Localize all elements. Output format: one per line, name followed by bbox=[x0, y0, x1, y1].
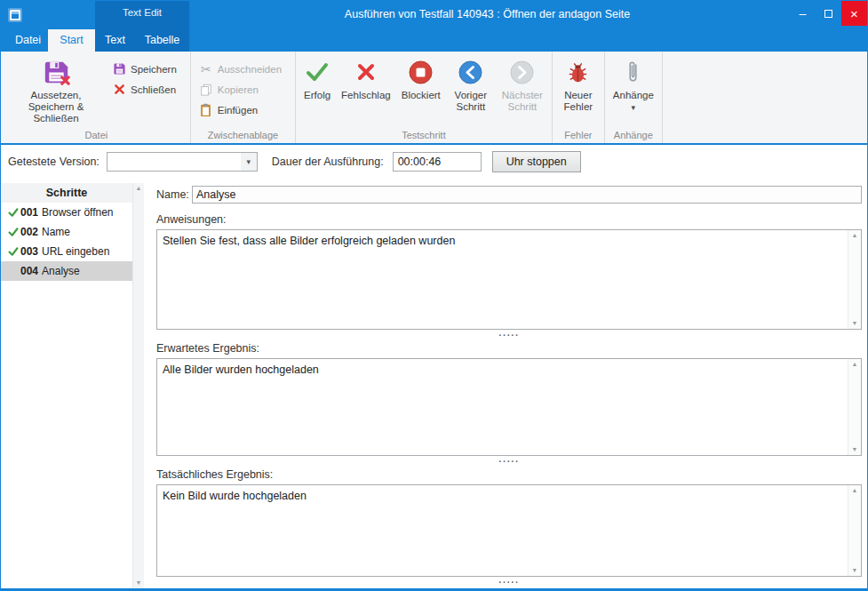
close-button[interactable]: × bbox=[841, 1, 867, 26]
success-label: Erfolg bbox=[304, 90, 330, 101]
scroll-down-icon[interactable]: ▼ bbox=[136, 579, 142, 587]
scroll-up-icon[interactable]: ▲ bbox=[852, 361, 858, 368]
group-label-fehler: Fehler bbox=[553, 129, 604, 143]
floppy-icon bbox=[110, 62, 128, 76]
scroll-up-icon[interactable]: ▲ bbox=[852, 232, 858, 239]
close-testcase-label: Schließen bbox=[131, 84, 176, 95]
expected-label: Erwartetes Ergebnis: bbox=[156, 342, 862, 355]
check-icon bbox=[5, 207, 20, 218]
scroll-up-icon[interactable]: ▲ bbox=[852, 487, 858, 494]
next-step-button[interactable]: Nächster Schritt bbox=[496, 53, 549, 129]
new-error-button[interactable]: Neuer Fehler bbox=[555, 53, 601, 129]
step-row-004[interactable]: 004 Analyse bbox=[1, 261, 132, 281]
ribbon-group-testschritt: Erfolg Fehlschlag bbox=[296, 52, 553, 143]
scroll-up-icon[interactable]: ▲ bbox=[136, 185, 142, 192]
actual-textbox: Kein Bild wurde hochgeladen ▲ ▼ bbox=[156, 484, 862, 577]
ribbon-group-datei: Aussetzen, Speichern & Schließen bbox=[3, 52, 191, 143]
app-icon bbox=[7, 7, 23, 23]
previous-step-button[interactable]: Voriger Schritt bbox=[446, 53, 496, 129]
copy-icon bbox=[197, 84, 215, 96]
step-detail-form: Name: Anweisungen: Stellen Sie fest, das… bbox=[144, 179, 867, 588]
maximize-button[interactable] bbox=[816, 1, 841, 26]
steps-header: Schritte bbox=[1, 183, 132, 203]
ribbon-group-zwischenablage: ✂ Ausschneiden Kopieren bbox=[191, 52, 296, 143]
copy-button[interactable]: Kopieren bbox=[195, 79, 289, 100]
step-number: 004 bbox=[20, 265, 38, 277]
actual-label: Tatsächliches Ergebnis: bbox=[156, 468, 862, 481]
instructions-textbox: Stellen Sie fest, dass alle Bilder erfol… bbox=[156, 229, 862, 330]
next-step-label: Nächster Schritt bbox=[501, 90, 544, 113]
step-row-001[interactable]: 001 Browser öffnen bbox=[1, 203, 132, 222]
stop-circle-icon bbox=[409, 57, 433, 87]
paste-button[interactable]: Einfügen bbox=[195, 100, 289, 120]
splitter-handle[interactable]: ····· bbox=[156, 456, 862, 467]
step-row-002[interactable]: 002 Name bbox=[1, 222, 132, 242]
group-label-zwischenablage: Zwischenablage bbox=[191, 129, 295, 143]
main-area: Schritte 001 Browser öffnen 002 Name bbox=[1, 179, 867, 588]
tab-tabelle[interactable]: Tabelle bbox=[135, 29, 189, 52]
instructions-textarea[interactable]: Stellen Sie fest, dass alle Bilder erfol… bbox=[157, 230, 848, 329]
ribbon: Aussetzen, Speichern & Schließen bbox=[1, 52, 867, 145]
cut-label: Ausschneiden bbox=[218, 64, 282, 75]
save-label: Speichern bbox=[131, 64, 177, 75]
ribbon-tabs: Datei Start Text Tabelle bbox=[8, 29, 189, 52]
fail-label: Fehlschlag bbox=[341, 90, 391, 101]
version-combobox[interactable]: ▾ bbox=[107, 152, 258, 172]
tab-datei[interactable]: Datei bbox=[8, 29, 48, 52]
ribbon-group-fehler: Neuer Fehler Fehler bbox=[553, 52, 605, 143]
scroll-down-icon[interactable]: ▼ bbox=[852, 320, 858, 327]
attachments-label: Anhänge bbox=[613, 90, 654, 101]
steps-scrollbar[interactable]: ▲ ▼ bbox=[132, 183, 144, 588]
step-label: URL eingeben bbox=[42, 245, 109, 258]
clipboard-icon bbox=[197, 103, 215, 117]
group-label-testschritt: Testschritt bbox=[296, 129, 552, 143]
actual-scrollbar[interactable]: ▲ ▼ bbox=[848, 485, 861, 576]
step-number: 001 bbox=[20, 206, 38, 219]
save-button[interactable]: Speichern bbox=[108, 59, 184, 79]
paste-label: Einfügen bbox=[218, 105, 258, 116]
titlebar: Text Edit Ausführen von Testfall 140943 … bbox=[1, 1, 867, 52]
fail-button[interactable]: Fehlschlag bbox=[336, 53, 396, 129]
copy-label: Kopieren bbox=[218, 84, 259, 95]
suspend-save-close-label: Aussetzen, Speichern & Schließen bbox=[11, 90, 101, 124]
tab-start[interactable]: Start bbox=[48, 29, 95, 52]
step-label: Browser öffnen bbox=[42, 206, 114, 219]
arrow-left-circle-icon bbox=[458, 57, 482, 87]
expected-textarea[interactable]: Alle Bilder wurden hochgeladen bbox=[157, 359, 848, 455]
execution-toolbar: Getestete Version: ▾ Dauer der Ausführun… bbox=[1, 145, 867, 179]
attachments-button[interactable]: Anhänge ▾ bbox=[608, 53, 659, 129]
step-label: Analyse bbox=[42, 265, 80, 277]
close-testcase-button[interactable]: Schließen bbox=[108, 79, 184, 100]
steps-list: Schritte 001 Browser öffnen 002 Name bbox=[1, 183, 132, 588]
scroll-down-icon[interactable]: ▼ bbox=[852, 446, 858, 453]
splitter-handle[interactable]: ····· bbox=[156, 330, 862, 340]
cut-button[interactable]: ✂ Ausschneiden bbox=[195, 59, 289, 79]
duration-input[interactable] bbox=[393, 152, 482, 172]
scroll-down-icon[interactable]: ▼ bbox=[852, 567, 858, 574]
step-label: Name bbox=[42, 226, 70, 238]
close-icon: × bbox=[850, 6, 858, 21]
blocked-button[interactable]: Blockiert bbox=[396, 53, 446, 129]
instructions-scrollbar[interactable]: ▲ ▼ bbox=[848, 230, 861, 329]
actual-textarea[interactable]: Kein Bild wurde hochgeladen bbox=[157, 485, 848, 576]
red-cross-icon bbox=[355, 57, 377, 87]
tab-text[interactable]: Text bbox=[95, 29, 135, 52]
stop-clock-button[interactable]: Uhr stoppen bbox=[492, 151, 581, 172]
splitter-handle[interactable]: ····· bbox=[156, 577, 862, 587]
name-row: Name: bbox=[156, 186, 862, 204]
name-input[interactable] bbox=[192, 186, 862, 204]
suspend-save-close-button[interactable]: Aussetzen, Speichern & Schließen bbox=[5, 53, 107, 129]
check-icon bbox=[5, 227, 20, 237]
steps-panel: Schritte 001 Browser öffnen 002 Name bbox=[1, 183, 144, 588]
version-label: Getestete Version: bbox=[8, 156, 100, 168]
expected-scrollbar[interactable]: ▲ ▼ bbox=[848, 359, 861, 455]
success-button[interactable]: Erfolg bbox=[299, 53, 336, 129]
version-input[interactable] bbox=[108, 153, 241, 171]
titlebar-row: Ausführen von Testfall 140943 : Öffnen d… bbox=[1, 1, 867, 29]
step-row-003[interactable]: 003 URL eingeben bbox=[1, 242, 132, 261]
check-icon bbox=[5, 246, 20, 257]
minimize-button[interactable]: – bbox=[790, 1, 816, 26]
version-dropdown-button[interactable]: ▾ bbox=[241, 153, 257, 171]
ribbon-group-anhaenge: Anhänge ▾ Anhänge bbox=[605, 52, 663, 143]
window-title: Ausführen von Testfall 140943 : Öffnen d… bbox=[201, 1, 774, 29]
